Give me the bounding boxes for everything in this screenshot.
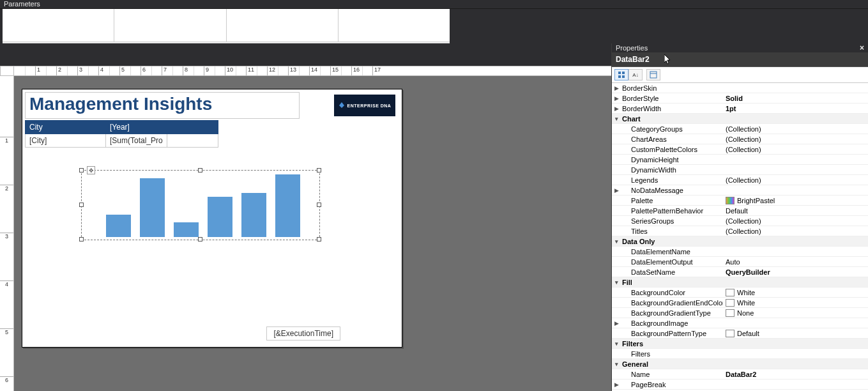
property-row[interactable]: BackgroundPatternTypeDefault [612,328,868,339]
property-value[interactable]: (Collection) [723,135,868,143]
expander-icon[interactable]: ▶ [612,85,621,91]
property-value[interactable]: Auto [723,258,868,266]
property-row[interactable]: ▶NoDataMessage [612,185,868,195]
property-grid[interactable]: ▶BorderSkin▶BorderStyleSolid▶BorderWidth… [612,83,868,391]
bar[interactable] [106,215,131,237]
property-value[interactable]: Default [723,207,868,215]
expander-icon[interactable]: ▾ [612,238,621,245]
resize-handle[interactable] [317,168,321,172]
bar[interactable] [140,178,165,237]
property-value[interactable]: QueryBuilder [723,268,868,276]
expander-icon[interactable]: ▶ [612,95,621,102]
property-value[interactable]: (Collection) [723,146,868,153]
bar[interactable] [174,222,199,237]
property-row[interactable]: BackgroundGradientTypeNone [612,308,868,318]
property-value[interactable]: White [723,289,868,296]
databar-chart-selected[interactable]: ✥ [81,170,320,240]
property-row[interactable]: Titles(Collection) [612,226,868,236]
property-row[interactable]: BackgroundColorWhite [612,288,868,298]
property-value[interactable]: (Collection) [723,227,868,235]
property-row[interactable]: CategoryGroups(Collection) [612,124,868,134]
parameters-grid[interactable] [3,9,450,43]
resize-handle[interactable] [198,168,202,172]
property-value[interactable]: None [723,309,868,317]
bar[interactable] [208,197,232,237]
property-row[interactable]: ▶BorderStyleSolid [612,93,868,103]
execution-time-textbox[interactable]: [&ExecutionTime] [266,326,340,341]
cell[interactable]: [Sum(Total_Pro [106,134,167,148]
categorized-button[interactable] [614,69,628,80]
property-row[interactable]: Filters [612,349,868,359]
property-category[interactable]: ▾Data Only [612,236,868,247]
bar[interactable] [241,193,266,237]
property-row[interactable]: ▶BorderSkin [612,83,868,93]
expander-icon[interactable]: ▾ [612,116,621,122]
resize-handle[interactable] [79,168,84,172]
property-row[interactable]: ▶PageBreak [612,379,868,390]
property-row[interactable]: Legends(Collection) [612,175,868,185]
property-value[interactable]: Solid [723,95,868,102]
property-value[interactable]: DataBar2 [723,371,868,378]
cell[interactable]: [City] [26,134,106,148]
col-header[interactable]: [Year] [106,121,167,134]
svg-rect-1 [618,72,621,74]
color-swatch [726,309,735,317]
expander-icon[interactable]: ▾ [612,341,621,347]
property-category[interactable]: ▾Fill [612,277,868,288]
bar[interactable] [275,174,300,237]
property-row[interactable]: DynamicHeight [612,155,868,165]
property-row[interactable]: ▶BorderWidth1pt [612,103,868,114]
property-row[interactable]: PaletteBrightPastel [612,195,868,206]
col-header[interactable]: City [26,121,106,134]
expander-icon[interactable]: ▶ [612,381,621,388]
property-row[interactable]: ChartAreas(Collection) [612,134,868,144]
col-header-empty[interactable] [167,121,218,134]
property-category[interactable]: ▾Chart [612,114,868,124]
param-cell[interactable] [227,9,339,42]
param-cell[interactable] [3,9,114,42]
report-page[interactable]: Management Insights ENTERPRISE DNA City … [22,89,402,348]
property-pages-button[interactable] [646,69,660,80]
property-value[interactable]: White [723,299,868,307]
cell-empty[interactable] [167,134,218,148]
property-value[interactable]: BrightPastel [723,197,868,204]
param-cell[interactable] [339,9,450,42]
param-cell[interactable] [114,9,226,42]
move-handle-icon[interactable]: ✥ [87,166,95,174]
selected-object-name[interactable]: DataBar2 [616,55,650,64]
property-row[interactable]: DataElementName [612,247,868,257]
property-row[interactable]: CustomPaletteColors(Collection) [612,144,868,155]
report-title[interactable]: Management Insights [29,94,295,114]
property-value[interactable]: 1pt [723,105,868,112]
property-name: PageBreak [621,381,723,388]
property-row[interactable]: NameDataBar2 [612,369,868,379]
logo-icon [339,102,345,109]
expander-icon[interactable]: ▾ [612,279,621,286]
property-value[interactable]: (Collection) [723,125,868,133]
resize-handle[interactable] [317,203,321,207]
close-icon[interactable]: × [860,43,864,52]
property-row[interactable]: DynamicWidth [612,165,868,175]
resize-handle[interactable] [317,237,321,241]
property-row[interactable]: ▶BackgroundImage [612,318,868,328]
property-row[interactable]: SeriesGroups(Collection) [612,216,868,226]
resize-handle[interactable] [79,237,84,241]
design-canvas[interactable]: Management Insights ENTERPRISE DNA City … [14,76,611,391]
property-row[interactable]: DataElementOutputAuto [612,257,868,267]
property-row[interactable]: PalettePatternBehaviorDefault [612,206,868,216]
alphabetical-button[interactable]: A↓ [628,69,643,80]
expander-icon[interactable]: ▶ [612,105,621,112]
resize-handle[interactable] [198,237,202,241]
property-value[interactable]: Default [723,330,868,337]
expander-icon[interactable]: ▶ [612,187,621,194]
expander-icon[interactable]: ▶ [612,320,621,326]
property-row[interactable]: BackgroundGradientEndColorWhite [612,298,868,308]
property-value[interactable]: (Collection) [723,217,868,225]
expander-icon[interactable]: ▾ [612,361,621,367]
property-row[interactable]: DataSetNameQueryBuilder [612,267,868,277]
matrix-table[interactable]: City [Year] [City] [Sum(Total_Pro [25,120,218,148]
resize-handle[interactable] [79,203,84,207]
property-category[interactable]: ▾Filters [612,339,868,349]
property-value[interactable]: (Collection) [723,176,868,184]
property-category[interactable]: ▾General [612,359,868,369]
